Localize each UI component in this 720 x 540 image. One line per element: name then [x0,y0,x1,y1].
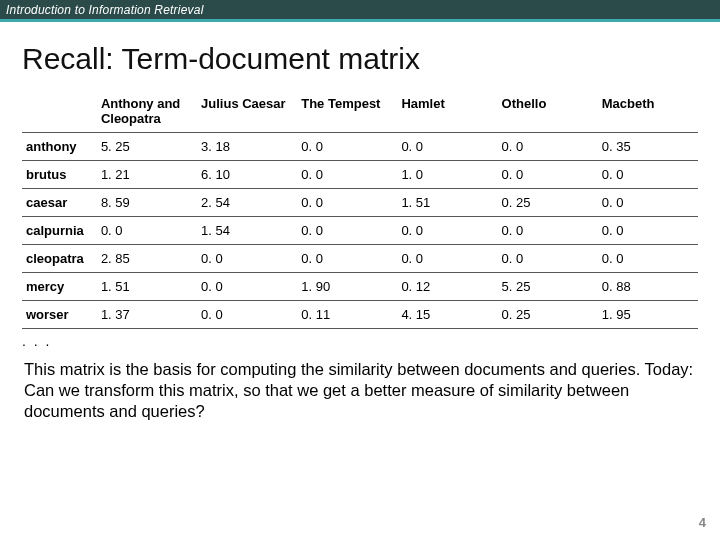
cell: 0. 0 [498,133,598,161]
cell: 0. 0 [598,245,698,273]
cell: 3. 18 [197,133,297,161]
caption: This matrix is the basis for computing t… [0,349,720,422]
cell: 0. 0 [297,133,397,161]
page-title: Recall: Term-document matrix [22,42,720,76]
ellipsis: . . . [0,329,720,349]
slide: Introduction to Information Retrieval Re… [0,0,720,540]
cell: 1. 95 [598,301,698,329]
row-header: anthony [22,133,97,161]
cell: 5. 25 [97,133,197,161]
col-header: Macbeth [598,90,698,133]
table-row: mercy1. 510. 01. 900. 125. 250. 88 [22,273,698,301]
header-bar: Introduction to Information Retrieval [0,0,720,22]
cell: 0. 0 [397,217,497,245]
term-document-table-wrap: Anthony and Cleopatra Julius Caesar The … [0,90,720,329]
cell: 0. 0 [197,273,297,301]
cell: 6. 10 [197,161,297,189]
table-row: worser1. 370. 00. 114. 150. 251. 95 [22,301,698,329]
row-header: brutus [22,161,97,189]
cell: 1. 37 [97,301,197,329]
cell: 0. 0 [197,301,297,329]
cell: 0. 12 [397,273,497,301]
cell: 0. 0 [598,189,698,217]
cell: 0. 0 [598,217,698,245]
cell: 1. 90 [297,273,397,301]
table-row: caesar8. 59 2. 540. 01. 510. 250. 0 [22,189,698,217]
cell: 0. 25 [498,189,598,217]
cell: 1. 21 [97,161,197,189]
cell: 0. 0 [498,217,598,245]
cell: 0. 0 [498,161,598,189]
cell: 4. 15 [397,301,497,329]
cell: 0. 0 [297,217,397,245]
cell: 0. 25 [498,301,598,329]
cell: 0. 0 [598,161,698,189]
cell: 0. 0 [197,245,297,273]
cell: 8. 59 [97,189,197,217]
course-title: Introduction to Information Retrieval [0,3,204,17]
table-corner [22,90,97,133]
table-row: brutus1. 216. 100. 01. 00. 00. 0 [22,161,698,189]
cell: 0. 0 [297,189,397,217]
table-row: anthony5. 253. 180. 00. 00. 00. 35 [22,133,698,161]
cell: 0. 88 [598,273,698,301]
cell: 1. 0 [397,161,497,189]
cell: 0. 0 [498,245,598,273]
cell: 0. 35 [598,133,698,161]
col-header: Anthony and Cleopatra [97,90,197,133]
row-header: cleopatra [22,245,97,273]
cell: 2. 85 [97,245,197,273]
col-header: Othello [498,90,598,133]
cell: 0. 0 [397,245,497,273]
table-row: cleopatra2. 850. 00. 00. 0 0. 00. 0 [22,245,698,273]
cell: 2. 54 [197,189,297,217]
cell: 1. 51 [97,273,197,301]
row-header: calpurnia [22,217,97,245]
row-header: worser [22,301,97,329]
col-header: Hamlet [397,90,497,133]
cell: 0. 0 [397,133,497,161]
row-header: mercy [22,273,97,301]
page-number: 4 [699,515,706,530]
cell: 0. 0 [297,161,397,189]
row-header: caesar [22,189,97,217]
cell: 1. 51 [397,189,497,217]
col-header: The Tempest [297,90,397,133]
term-document-table: Anthony and Cleopatra Julius Caesar The … [22,90,698,329]
table-header-row: Anthony and Cleopatra Julius Caesar The … [22,90,698,133]
cell: 0. 11 [297,301,397,329]
cell: 1. 54 [197,217,297,245]
table-row: calpurnia0. 01. 540. 00. 00. 00. 0 [22,217,698,245]
cell: 0. 0 [297,245,397,273]
cell: 5. 25 [498,273,598,301]
col-header: Julius Caesar [197,90,297,133]
cell: 0. 0 [97,217,197,245]
